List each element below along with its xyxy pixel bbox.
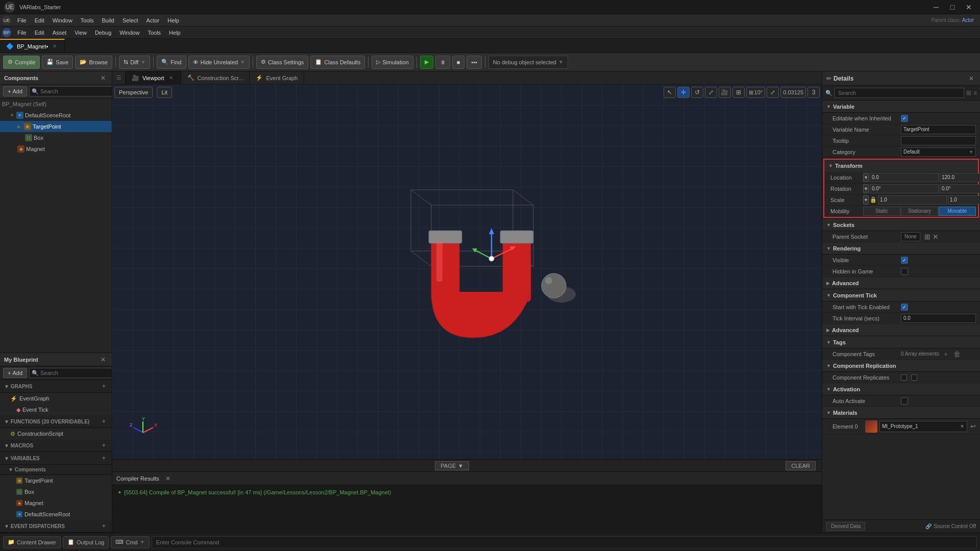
activation-section-header[interactable]: ▼ Activation xyxy=(822,383,980,395)
bp-menu-tools[interactable]: Tools xyxy=(143,29,165,37)
menu-tools[interactable]: Tools xyxy=(77,16,98,24)
tags-section-header[interactable]: ▼ Tags xyxy=(822,336,980,348)
details-search-input[interactable] xyxy=(835,88,964,98)
pause-btn[interactable]: ⏸ xyxy=(435,56,450,69)
perspective-btn[interactable]: Perspective xyxy=(114,87,153,98)
editable-checkbox[interactable] xyxy=(901,115,908,122)
menu-help[interactable]: Help xyxy=(163,16,183,24)
var-defaultsceneroot[interactable]: ✦ DefaultSceneRoot xyxy=(0,509,112,520)
play-btn[interactable]: ▶ xyxy=(420,56,433,69)
components-close-btn[interactable]: ✕ xyxy=(99,74,108,82)
compile-btn[interactable]: ⚙ Compile xyxy=(3,56,40,69)
output-log-btn[interactable]: 📋 Output Log xyxy=(63,536,109,548)
save-btn[interactable]: 💾 Save xyxy=(42,56,73,69)
rotation-dropdown[interactable]: ▼ xyxy=(863,184,869,193)
auto-activate-checkbox[interactable] xyxy=(901,397,908,405)
translate-tool[interactable]: ✛ xyxy=(677,87,690,98)
find-btn[interactable]: 🔍 Find xyxy=(157,56,186,69)
bp-menu-help[interactable]: Help xyxy=(165,29,185,37)
construction-script-item[interactable]: ⚙ ConstructionScript xyxy=(0,428,112,439)
advanced-section-header[interactable]: ▶ Advanced xyxy=(822,277,980,289)
bp-menu-asset[interactable]: Asset xyxy=(48,29,71,37)
var-magnet[interactable]: ◈ Magnet xyxy=(0,497,112,509)
scale-tool[interactable]: ⤢ xyxy=(705,87,717,98)
menu-actor[interactable]: Actor xyxy=(142,16,164,24)
menu-window[interactable]: Window xyxy=(48,16,77,24)
grid-snap-value[interactable]: ⊞ 10° xyxy=(746,87,766,98)
location-x[interactable] xyxy=(870,173,939,182)
content-drawer-btn[interactable]: 📁 Content Drawer xyxy=(3,536,61,548)
tooltip-input[interactable] xyxy=(901,136,976,145)
socket-pick-btn[interactable]: ⊞ xyxy=(924,233,930,241)
class-defaults-btn[interactable]: 📋 Class Defaults xyxy=(310,56,365,69)
bp-menu-edit[interactable]: Edit xyxy=(31,29,48,37)
add-function-btn[interactable]: + xyxy=(100,417,108,425)
rotate-tool[interactable]: ↺ xyxy=(691,87,703,98)
hidden-in-game-checkbox[interactable] xyxy=(901,268,908,275)
menu-file[interactable]: File xyxy=(13,16,31,24)
sockets-section-header[interactable]: ▼ Sockets xyxy=(822,219,980,231)
components-search-input[interactable] xyxy=(40,88,111,94)
scale-snap-value[interactable]: 0.03125 xyxy=(780,87,806,98)
add-component-btn[interactable]: + Add xyxy=(3,86,27,96)
tree-item-magnet[interactable]: ◈ Magnet xyxy=(0,143,112,155)
details-list-btn[interactable]: ≡ xyxy=(973,89,977,96)
tree-item-box[interactable]: □ Box xyxy=(0,132,112,143)
var-targetpoint[interactable]: ⊕ TargetPoint xyxy=(0,475,112,486)
scale-dropdown[interactable]: ▼ xyxy=(863,195,869,205)
hamburger-icon[interactable]: ☰ xyxy=(112,71,126,84)
bp-menu-debug[interactable]: Debug xyxy=(91,29,115,37)
replicates-checkbox-2[interactable] xyxy=(911,374,917,381)
hide-unrelated-btn[interactable]: 👁 Hide Unrelated ▼ xyxy=(188,56,250,69)
transform-header[interactable]: ▼ Transform xyxy=(824,160,978,172)
clear-btn[interactable]: CLEAR xyxy=(786,461,816,470)
num-value[interactable]: 3 xyxy=(807,87,820,98)
rendering-section-header[interactable]: ▼ Rendering xyxy=(822,242,980,255)
select-tool[interactable]: ↖ xyxy=(664,87,676,98)
menu-build[interactable]: Build xyxy=(98,16,118,24)
bp-menu-file[interactable]: File xyxy=(13,29,31,37)
event-tick-item[interactable]: ◆ Event Tick xyxy=(0,404,112,415)
surface-snapping-tool[interactable]: ⊞ xyxy=(732,87,745,98)
start-tick-checkbox[interactable] xyxy=(901,304,908,311)
replicates-checkbox[interactable] xyxy=(901,374,907,381)
materials-section-header[interactable]: ▼ Materials xyxy=(822,407,980,419)
visible-checkbox[interactable] xyxy=(901,257,908,264)
menu-edit[interactable]: Edit xyxy=(31,16,48,24)
replication-section-header[interactable]: ▼ Component Replication xyxy=(822,360,980,372)
add-bp-btn[interactable]: + Add xyxy=(3,368,27,378)
viewport-tab[interactable]: 🎥 Viewport ✕ xyxy=(126,71,181,84)
page-btn[interactable]: PAGE ▼ xyxy=(435,461,469,470)
advanced-2-section-header[interactable]: ▶ Advanced xyxy=(822,324,980,336)
scale-y[interactable] xyxy=(948,195,980,205)
compiler-close-btn[interactable]: ✕ xyxy=(163,474,173,483)
category-dropdown[interactable]: Default ▼ xyxy=(901,147,976,157)
diff-btn[interactable]: ⇆ Diff ▼ xyxy=(119,56,150,69)
var-box[interactable]: □ Box xyxy=(0,486,112,497)
event-graph-item[interactable]: ⚡ EventGraph xyxy=(0,393,112,404)
details-close-btn[interactable]: ✕ xyxy=(967,74,976,83)
construction-tab[interactable]: 🔨 Construction Scr... xyxy=(181,71,250,84)
movable-btn[interactable]: Movable xyxy=(939,207,976,216)
rotation-x[interactable] xyxy=(870,184,939,193)
bp-menu-view[interactable]: View xyxy=(70,29,91,37)
components-search-bar[interactable]: 🔍 xyxy=(29,86,112,96)
remove-tag-btn[interactable]: 🗑 xyxy=(952,349,962,359)
more-btn[interactable]: ••• xyxy=(467,56,482,69)
tree-item-defaultsceneroot[interactable]: ▼ ✦ DefaultSceneRoot xyxy=(0,110,112,121)
add-dispatcher-btn[interactable]: + xyxy=(100,522,108,530)
maximize-btn[interactable]: □ xyxy=(945,2,960,13)
add-graph-btn[interactable]: + xyxy=(100,382,108,390)
camera-tool[interactable]: 🎥 xyxy=(719,87,731,98)
tick-interval-input[interactable] xyxy=(901,314,976,323)
add-macro-btn[interactable]: + xyxy=(100,441,108,449)
browse-btn[interactable]: 📂 Browse xyxy=(75,56,112,69)
bp-tab-close[interactable]: ✕ xyxy=(51,43,58,50)
component-tick-header[interactable]: ▼ Component Tick xyxy=(822,289,980,302)
scale-snap-tool[interactable]: ⤢ xyxy=(767,87,779,98)
close-btn[interactable]: ✕ xyxy=(962,2,976,13)
stop-btn[interactable]: ■ xyxy=(452,56,465,69)
minimize-btn[interactable]: ─ xyxy=(929,2,943,13)
scale-x[interactable] xyxy=(878,195,947,205)
viewport-tab-close[interactable]: ✕ xyxy=(167,74,175,82)
